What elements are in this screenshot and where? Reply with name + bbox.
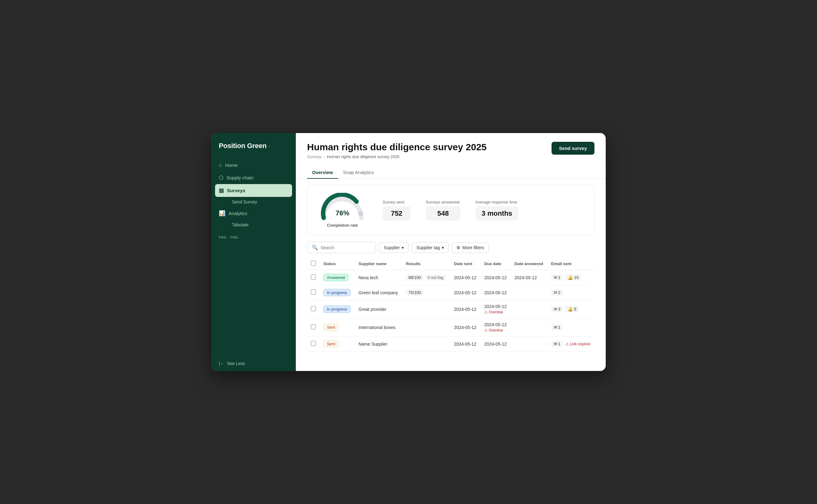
results-cell <box>402 337 450 352</box>
status-cell: In progress <box>320 285 355 300</box>
supplier-name-cell[interactable]: Green leaf company <box>355 285 402 300</box>
col-supplier-name: Supplier name <box>355 258 402 270</box>
due-date-cell: 2024-05-12 <box>480 337 511 352</box>
select-all-checkbox[interactable] <box>311 261 316 266</box>
row-checkbox[interactable] <box>311 306 316 311</box>
completion-rate-label: Completion rate <box>327 223 358 228</box>
see-less-icon: |← <box>219 361 224 366</box>
surveys-icon: ▤ <box>219 187 224 194</box>
avg-response-value: 3 months <box>475 206 519 221</box>
due-date-cell: 2024-05-12⚠ Overdue <box>480 318 511 337</box>
row-checkbox[interactable] <box>311 290 316 295</box>
title-section: Human rights due diligence survey 2025 S… <box>307 142 487 159</box>
row-checkbox[interactable] <box>311 341 316 346</box>
svg-text:76%: 76% <box>336 209 349 217</box>
due-date-cell: 2024-05-12 <box>480 285 511 300</box>
email-count: ✉ 1 <box>551 275 563 280</box>
email-sent-cell: ✉ 3🔔 5 <box>547 300 595 318</box>
breadcrumb-root[interactable]: Surveys <box>307 154 322 159</box>
email-count: ✉ 2 <box>551 290 563 296</box>
surveys-answered-label: Surveys answered: <box>426 200 460 204</box>
col-date-sent: Date sent <box>450 258 480 270</box>
sidebar-item-label: Surveys <box>227 188 245 193</box>
supplier-name-cell[interactable]: Great provider <box>355 300 402 318</box>
sidebar-item-label: Supply chain <box>227 175 254 180</box>
sidebar-item-analytics[interactable]: 📊 Analytics <box>211 207 296 220</box>
gauge-chart: 76% <box>319 193 366 221</box>
email-sent-cell: ✉ 1⚠ Link expired <box>547 337 595 352</box>
email-count: ✉ 3 <box>551 306 563 312</box>
email-sent-cell: ✉ 2 <box>547 285 595 300</box>
chevron-down-icon: ▾ <box>442 245 444 250</box>
sidebar-item-send-survey[interactable]: Send Survey <box>218 197 296 207</box>
supplier-tag-filter[interactable]: Supplier tag ▾ <box>412 242 449 253</box>
results-cell <box>402 318 450 337</box>
row-checkbox[interactable] <box>311 275 316 280</box>
status-cell: In progress <box>320 300 355 318</box>
status-badge: Sent <box>323 324 339 331</box>
surveys-answered-value: 548 <box>426 206 460 221</box>
supplier-name-cell[interactable]: Name Supplier <box>355 337 402 352</box>
stats-section: 76% Completion rate Survey sent: 752 Sur… <box>307 185 594 235</box>
email-count: ✉ 1 <box>551 324 563 330</box>
breadcrumb: Surveys › Human rights due diligence sur… <box>307 154 487 159</box>
table-row: In progressGreat provider2024-05-122024-… <box>307 300 594 318</box>
results-cell <box>402 300 450 318</box>
sidebar-item-surveys[interactable]: ▤ Surveys <box>215 184 292 197</box>
fihl-section: FIHL FIHL <box>211 230 296 241</box>
gauge-container: 76% Completion rate <box>317 193 367 228</box>
survey-sent-label: Survey sent: <box>383 200 411 204</box>
reminder-count: 🔔 5 <box>565 306 579 312</box>
supplier-name-cell[interactable]: Nexa tech <box>355 270 402 285</box>
col-date-answered: Date answered <box>511 258 547 270</box>
table-row: SentName Supplier2024-05-122024-05-12✉ 1… <box>307 337 594 352</box>
supplier-filter[interactable]: Supplier ▾ <box>379 242 409 253</box>
avg-response-label: Average response time <box>475 200 519 204</box>
tab-snap-analytics[interactable]: Snap Analytics <box>338 167 379 179</box>
more-filters-button[interactable]: ⚙ More filters <box>452 242 489 253</box>
tabulate-label: Tabulate <box>232 222 249 227</box>
date-sent-cell: 2024-05-12 <box>450 270 480 285</box>
send-survey-button[interactable]: Send survey <box>552 142 594 155</box>
date-answered-cell <box>511 285 547 300</box>
col-email-sent: Email sent <box>547 258 595 270</box>
date-answered-cell: 2024-05-12 <box>511 270 547 285</box>
date-answered-cell <box>511 318 547 337</box>
results-cell: 75/100 <box>402 285 450 300</box>
analytics-icon: 📊 <box>219 210 225 217</box>
home-icon: ⌂ <box>219 162 222 168</box>
row-checkbox[interactable] <box>311 324 316 329</box>
table-row: AnsweredNexa tech88/1000 red flag2024-05… <box>307 270 594 285</box>
tab-overview[interactable]: Overview <box>307 167 338 179</box>
sidebar-item-home[interactable]: ⌂ Home <box>211 159 296 171</box>
sidebar-item-tabulate[interactable]: Tabulate <box>218 220 296 230</box>
search-input[interactable] <box>321 245 371 250</box>
chevron-down-icon: ▾ <box>402 245 404 250</box>
date-sent-cell: 2024-05-12 <box>450 300 480 318</box>
survey-sent-value: 752 <box>383 206 411 221</box>
status-badge: In progress <box>323 289 351 296</box>
date-answered-cell <box>511 337 547 352</box>
overdue-badge: ⚠ Overdue <box>484 328 507 332</box>
logo: Position Green· <box>211 142 296 159</box>
email-sent-cell: ✉ 1🔔 15 <box>547 270 595 285</box>
status-cell: Sent <box>320 318 355 337</box>
breadcrumb-current: Human rights due diligence survey 2025 <box>327 154 399 159</box>
svg-point-0 <box>358 211 363 216</box>
due-date-cell: 2024-05-12⚠ Overdue <box>480 300 511 318</box>
sidebar: Position Green· ⌂ Home ⬡ Supply chain ▤ … <box>211 133 296 371</box>
main-content: Human rights due diligence survey 2025 S… <box>296 133 606 371</box>
suppliers-table: Status Supplier name Results Date sent D… <box>307 258 594 352</box>
sidebar-item-supply-chain[interactable]: ⬡ Supply chain <box>211 171 296 184</box>
supplier-name-cell[interactable]: International boxes <box>355 318 402 337</box>
search-box[interactable]: 🔍 <box>307 242 376 253</box>
score-badge: 75/100 <box>406 290 424 296</box>
date-answered-cell <box>511 300 547 318</box>
stat-surveys-answered: Surveys answered: 548 <box>426 200 460 221</box>
red-flag-badge: 0 red flag <box>425 275 446 280</box>
col-results: Results <box>402 258 450 270</box>
table-row: SentInternational boxes2024-05-122024-05… <box>307 318 594 337</box>
email-count: ✉ 1 <box>551 341 563 347</box>
status-badge: Answered <box>323 274 348 281</box>
see-less-button[interactable]: |← See Less <box>219 361 288 366</box>
